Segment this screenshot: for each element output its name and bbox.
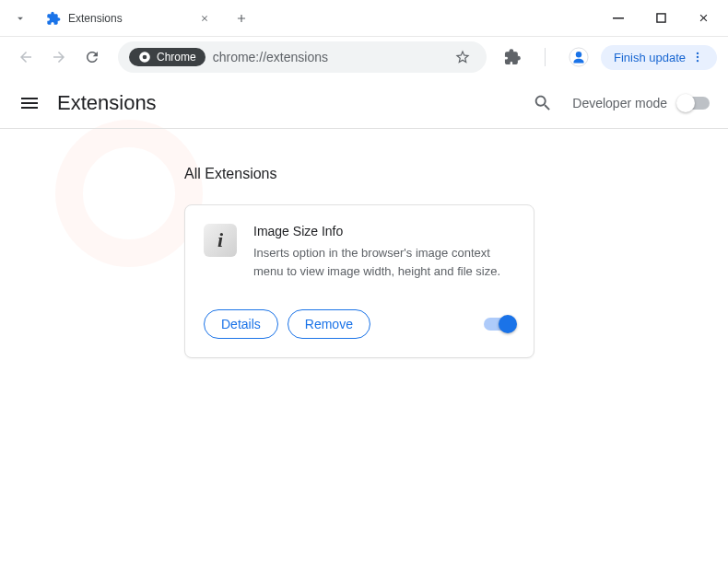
- extension-description: Inserts option in the browser's image co…: [253, 244, 515, 280]
- extension-name: Image Size Info: [253, 224, 515, 238]
- browser-tab[interactable]: Extensions: [37, 3, 221, 34]
- more-vert-icon: [691, 51, 704, 64]
- star-icon: [454, 49, 471, 65]
- chrome-icon: [138, 51, 151, 64]
- extension-info: Image Size Info Inserts option in the br…: [253, 224, 515, 280]
- window-controls: [601, 6, 721, 31]
- chevron-down-icon: [14, 12, 27, 25]
- tab-title: Extensions: [68, 12, 190, 25]
- svg-point-9: [697, 60, 699, 62]
- finish-update-button[interactable]: Finish update: [601, 45, 717, 70]
- extension-icon: i: [204, 224, 237, 257]
- maximize-button[interactable]: [643, 6, 678, 31]
- tab-search-dropdown[interactable]: [7, 6, 33, 31]
- new-tab-button[interactable]: [229, 6, 254, 31]
- svg-point-3: [143, 55, 147, 60]
- extension-enable-toggle[interactable]: [484, 318, 515, 331]
- extension-card-header: i Image Size Info Inserts option in the …: [204, 224, 515, 280]
- close-icon: [200, 14, 209, 23]
- details-button[interactable]: Details: [204, 309, 278, 339]
- minimize-button[interactable]: [601, 6, 636, 31]
- back-button[interactable]: [11, 42, 41, 72]
- finish-update-label: Finish update: [614, 51, 686, 64]
- arrow-forward-icon: [51, 49, 67, 65]
- toolbar-divider: [531, 42, 560, 72]
- close-window-button[interactable]: [686, 6, 721, 31]
- extension-puzzle-icon: [46, 11, 61, 26]
- search-extensions-button[interactable]: [524, 85, 561, 122]
- svg-point-7: [697, 52, 699, 54]
- extension-card: i Image Size Info Inserts option in the …: [184, 204, 534, 358]
- plus-icon: [235, 12, 248, 25]
- search-icon: [533, 93, 553, 113]
- forward-button[interactable]: [44, 42, 74, 72]
- extension-puzzle-icon: [504, 49, 521, 65]
- developer-mode-label: Developer mode: [572, 96, 667, 110]
- tab-close-button[interactable]: [197, 11, 212, 26]
- remove-button[interactable]: Remove: [288, 309, 370, 339]
- chrome-badge-label: Chrome: [157, 51, 196, 64]
- svg-point-6: [576, 52, 581, 57]
- address-bar[interactable]: Chrome chrome://extensions: [118, 41, 487, 73]
- page-title: Extensions: [57, 91, 524, 115]
- arrow-back-icon: [18, 49, 34, 65]
- close-icon: [698, 12, 710, 24]
- url-text: chrome://extensions: [213, 50, 450, 64]
- svg-rect-4: [545, 48, 546, 66]
- reload-button[interactable]: [77, 42, 107, 72]
- svg-rect-0: [613, 17, 624, 19]
- profile-button[interactable]: [564, 42, 593, 72]
- developer-mode-toggle[interactable]: [678, 97, 710, 110]
- window-titlebar: Extensions: [0, 0, 728, 37]
- extensions-button[interactable]: [498, 42, 527, 72]
- bookmark-button[interactable]: [450, 44, 476, 70]
- chrome-scheme-badge: Chrome: [129, 48, 205, 66]
- browser-toolbar: Chrome chrome://extensions Finish update: [0, 37, 728, 77]
- extensions-header: Extensions Developer mode: [0, 77, 728, 129]
- menu-icon[interactable]: [18, 92, 41, 114]
- extensions-content: All Extensions i Image Size Info Inserts…: [0, 129, 728, 358]
- all-extensions-heading: All Extensions: [184, 166, 728, 182]
- svg-rect-1: [656, 14, 664, 22]
- reload-icon: [84, 49, 100, 65]
- extension-card-footer: Details Remove: [204, 309, 515, 339]
- minimize-icon: [613, 13, 624, 24]
- profile-avatar-icon: [569, 47, 589, 67]
- svg-point-8: [697, 56, 699, 58]
- maximize-icon: [656, 13, 666, 23]
